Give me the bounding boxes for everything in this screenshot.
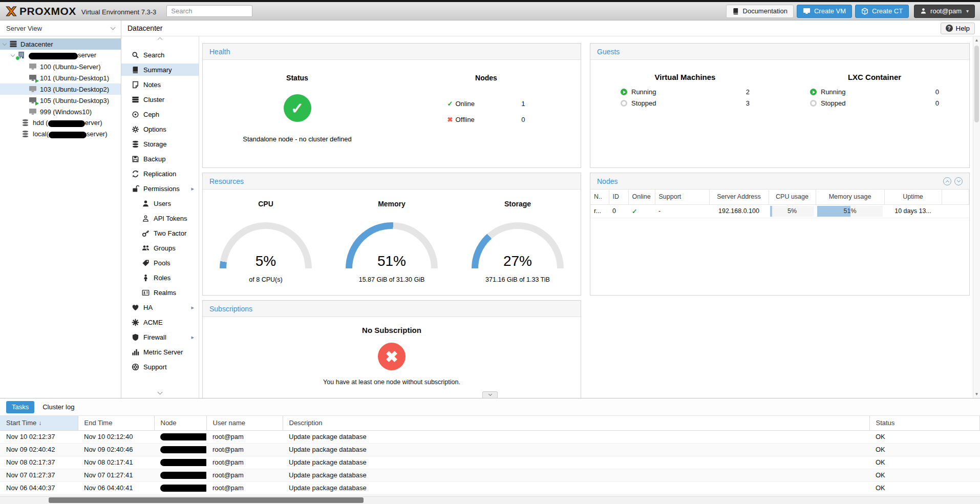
column-server-address[interactable]: Server Address — [709, 190, 769, 204]
menu-item-acme[interactable]: ACME — [121, 316, 199, 328]
menu-item-firewall[interactable]: Firewall ▸ — [121, 331, 199, 343]
menu-item-users[interactable]: Users — [121, 197, 199, 209]
menu-item-groups[interactable]: Groups — [121, 242, 199, 254]
tree-item-vm-100[interactable]: 100 (Ubuntu-Server) — [0, 61, 121, 72]
view-selector[interactable]: Server View — [0, 20, 121, 36]
menu-item-options[interactable]: Options — [121, 123, 199, 135]
menu-item-ha[interactable]: HA ▸ — [121, 301, 199, 313]
task-row[interactable]: Nov 10 02:12:37 Nov 10 02:12:40 . root@p… — [0, 430, 980, 443]
tree-item-vm-103[interactable]: 103 (Ubuntu-Desktop2) — [0, 83, 121, 95]
start-time-cell: Nov 10 02:12:37 — [0, 430, 78, 443]
health-status-column: Status ✓ Standalone node - no cluster de… — [203, 60, 392, 167]
view-selector-label: Server View — [6, 25, 42, 32]
scroll-down-arrow[interactable]: ▼ — [973, 392, 980, 396]
node-memory-cell: 51% — [816, 204, 884, 218]
menu-item-ceph[interactable]: Ceph — [121, 108, 199, 120]
menu-item-cluster[interactable]: Cluster — [121, 93, 199, 106]
tree-item-vm-105[interactable]: 105 (Ubuntu-Desktop3) — [0, 95, 121, 106]
menu-label: Search — [143, 51, 164, 59]
task-row[interactable]: Nov 06 04:40:37 Nov 06 04:40:41 . root@p… — [0, 481, 980, 494]
column-uptime[interactable]: Uptime — [884, 190, 942, 204]
resource-tree-panel: Server View Datacenter server 100 (Ubunt… — [0, 20, 121, 398]
cpu-gauge-block: CPU 5% of 8 CPU(s) — [207, 200, 325, 283]
tree-item-storage-hdd[interactable]: hdd (erver) — [0, 117, 121, 129]
column-support[interactable]: Support — [655, 190, 709, 204]
menu-item-replication[interactable]: Replication — [121, 167, 199, 180]
status-cell: OK — [869, 430, 980, 443]
menu-item-two-factor[interactable]: Two Factor — [121, 227, 199, 239]
tree-item-vm-101[interactable]: 101 (Ubuntu-Desktop1) — [0, 72, 121, 83]
book-icon — [732, 8, 739, 15]
scroll-up-arrow[interactable]: ▲ — [973, 38, 980, 43]
tree-item-vm-999[interactable]: 999 (Windows10) — [0, 106, 121, 117]
menu-scroll-down[interactable] — [121, 392, 199, 394]
running-icon — [621, 89, 627, 95]
column-node[interactable]: Node — [154, 416, 206, 430]
check-icon: ✓ — [448, 100, 456, 108]
menu-item-permissions[interactable]: Permissions ▸ — [121, 182, 199, 195]
tab-cluster-log[interactable]: Cluster log — [42, 403, 74, 411]
menu-item-api-tokens[interactable]: API Tokens — [121, 212, 199, 224]
gauge-title: Memory — [333, 200, 451, 208]
menu-scroll-up[interactable] — [121, 39, 199, 41]
server-node-icon — [17, 51, 26, 59]
menu-item-backup[interactable]: Backup — [121, 153, 199, 165]
scrollbar-thumb[interactable] — [49, 497, 364, 503]
menu-item-storage[interactable]: Storage — [121, 138, 199, 150]
menu-item-realms[interactable]: Realms — [121, 286, 199, 299]
collapse-up-button[interactable] — [943, 177, 951, 185]
tab-tasks[interactable]: Tasks — [6, 401, 34, 413]
node-row[interactable]: r... 0 ✓ - 192.168.0.100 5% 51% — [590, 204, 969, 218]
vm-stopped-value: 3 — [746, 99, 750, 107]
create-vm-button[interactable]: Create VM — [797, 5, 852, 18]
node-uptime-cell: 10 days 13... — [884, 204, 942, 218]
column-cpu-usage[interactable]: CPU usage — [769, 190, 816, 204]
column-description[interactable]: Description — [283, 416, 869, 430]
column-id[interactable]: ID — [609, 190, 628, 204]
column-name[interactable]: N.. — [590, 190, 609, 204]
search-input[interactable] — [166, 5, 252, 17]
cross-icon: ✖ — [448, 116, 456, 123]
column-user-name[interactable]: User name — [206, 416, 283, 430]
scrollbar-thumb[interactable] — [974, 46, 979, 122]
column-empty — [942, 190, 969, 204]
top-bar: PROXMOX Virtual Environment 7.3-3 Docume… — [0, 2, 980, 20]
column-end-time[interactable]: End Time — [78, 416, 154, 430]
menu-item-notes[interactable]: Notes — [121, 78, 199, 91]
column-online[interactable]: Online — [628, 190, 655, 204]
menu-item-summary[interactable]: Summary — [121, 64, 199, 76]
chevron-right-icon: ▸ — [191, 305, 194, 310]
expand-caret-icon[interactable] — [11, 52, 15, 56]
lxc-stopped-value: 0 — [935, 99, 939, 107]
tree-item-storage-local[interactable]: local(server) — [0, 129, 121, 140]
expand-caret-icon[interactable] — [3, 41, 7, 45]
task-row[interactable]: Nov 09 02:40:42 Nov 09 02:40:46 . root@p… — [0, 443, 980, 456]
ceph-icon — [132, 111, 139, 118]
life-ring-icon — [132, 363, 139, 371]
tree-item-datacenter[interactable]: Datacenter — [0, 38, 121, 50]
help-button[interactable]: ? Help — [941, 23, 975, 34]
task-row[interactable]: Nov 07 01:27:37 Nov 07 01:27:41 . root@p… — [0, 469, 980, 481]
task-row[interactable]: Nov 08 02:17:37 Nov 08 02:17:41 . root@p… — [0, 456, 980, 469]
column-memory-usage[interactable]: Memory usage — [816, 190, 884, 204]
create-ct-button[interactable]: Create CT — [855, 5, 909, 18]
menu-item-support[interactable]: Support — [121, 361, 199, 373]
running-label: Running — [821, 88, 845, 96]
column-status[interactable]: Status — [869, 416, 980, 430]
vertical-scrollbar[interactable]: ▲ ▼ — [973, 36, 980, 398]
bottom-panel-collapse-handle[interactable] — [482, 391, 498, 398]
cpu-gauge: 5% — [220, 222, 312, 268]
menu-item-search[interactable]: Search — [121, 49, 199, 61]
user-menu-button[interactable]: root@pam ▾ — [914, 5, 975, 18]
horizontal-scrollbar[interactable] — [0, 496, 980, 504]
collapse-down-button[interactable] — [954, 177, 963, 185]
status-header: Status — [286, 74, 308, 82]
menu-item-roles[interactable]: Roles — [121, 271, 199, 284]
menu-item-metric-server[interactable]: Metric Server — [121, 346, 199, 358]
status-cell: OK — [869, 469, 980, 481]
column-start-time[interactable]: Start Time↓ — [0, 416, 78, 430]
documentation-button[interactable]: Documentation — [726, 5, 794, 18]
tree-item-server-node[interactable]: server — [0, 50, 121, 61]
menu-item-pools[interactable]: Pools — [121, 257, 199, 269]
version-label: Virtual Environment 7.3-3 — [81, 8, 156, 16]
